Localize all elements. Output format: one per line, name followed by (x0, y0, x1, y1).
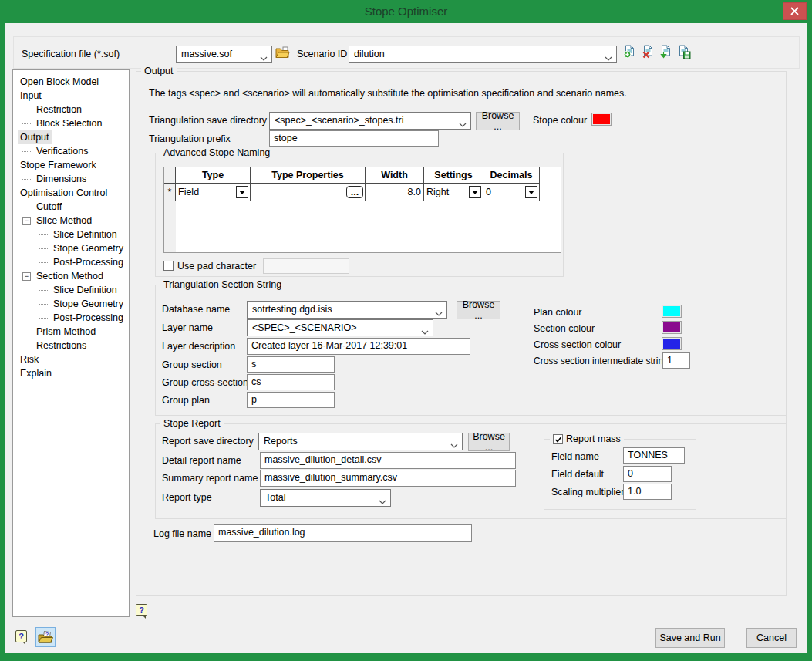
tree-item-cutoff[interactable]: Cutoff (13, 200, 129, 214)
tree-item-stope-framework[interactable]: Stope Framework (13, 158, 129, 172)
tree-item-input[interactable]: Input (13, 89, 129, 103)
column-header-type-properties: Type Properties (251, 167, 366, 184)
stope-colour-label: Stope colour (533, 115, 587, 126)
tree-item-optimisation-control[interactable]: Optimisation Control (13, 186, 129, 200)
tree-item-prism-method[interactable]: Prism Method (13, 325, 129, 339)
type-cell[interactable]: Field (176, 184, 251, 201)
help-icon[interactable]: ? (136, 604, 147, 616)
scenario-id-label: Scenario ID (297, 49, 347, 60)
close-icon (790, 7, 799, 15)
tree-item-dimensions[interactable]: Dimensions (13, 172, 129, 186)
cross-section-colour-swatch[interactable] (662, 337, 682, 350)
scenario-id-combobox[interactable]: dilution (349, 46, 617, 63)
tree-item-open-block-model[interactable]: Open Block Model (13, 75, 129, 89)
spec-file-combobox[interactable]: massive.sof (176, 46, 272, 63)
database-browse-button[interactable]: Browse ... (457, 301, 500, 319)
tree-item-restrictions[interactable]: Restrictions (13, 339, 129, 352)
tree-item-post-processing[interactable]: Post-Processing (13, 255, 129, 269)
row-marker: * (164, 184, 176, 201)
width-cell[interactable]: 8.0 (366, 184, 424, 201)
group-cross-section-input[interactable]: cs (247, 374, 335, 390)
tags-note: The tags <spec> and <scenario> will auto… (149, 88, 627, 99)
settings-dropdown-button[interactable] (469, 186, 481, 198)
tree-item-stope-geometry-2[interactable]: Stope Geometry (13, 297, 129, 311)
chevron-down-icon (605, 52, 612, 63)
section-colour-label: Section colour (534, 323, 595, 335)
collapse-icon[interactable]: − (22, 272, 31, 281)
layer-description-label: Layer description (162, 341, 235, 352)
save-scenario-icon[interactable] (677, 45, 691, 61)
load-scenario-icon[interactable] (659, 45, 672, 61)
window-title: Stope Optimiser (0, 0, 812, 23)
type-dropdown-button[interactable] (236, 186, 248, 198)
open-folder-icon[interactable] (275, 46, 290, 62)
tree-item-section-method[interactable]: −Section Method (13, 269, 129, 283)
report-browse-button[interactable]: Browse ... (468, 433, 510, 451)
field-default-input[interactable]: 0 (623, 466, 672, 482)
report-mass-group: Report mass Field name TONNES Field defa… (544, 439, 696, 510)
tri-save-dir-combobox[interactable]: <spec>_<scenario>_stopes.tri (269, 112, 471, 130)
close-button[interactable] (783, 2, 807, 20)
group-plan-input[interactable]: p (247, 392, 335, 408)
log-file-name-input[interactable]: massive_dilution.log (214, 524, 472, 542)
tree-item-stope-geometry[interactable]: Stope Geometry (13, 241, 129, 255)
tri-save-dir-browse-button[interactable]: Browse ... (476, 112, 520, 130)
database-name-combobox[interactable]: sotrtesting.dgd.isis (247, 301, 447, 319)
use-pad-character-checkbox[interactable] (163, 261, 174, 271)
delete-scenario-icon[interactable] (642, 45, 655, 61)
chevron-down-icon (379, 496, 386, 507)
tree-item-slice-method[interactable]: −Slice Method (13, 214, 129, 228)
report-type-combobox[interactable]: Total (260, 489, 391, 507)
help-icon[interactable]: ? (15, 630, 27, 642)
cross-section-colour-label: Cross section colour (534, 339, 621, 351)
scaling-multiplier-input[interactable]: 1.0 (623, 484, 672, 500)
cross-section-intermediate-input[interactable]: 1 (662, 352, 690, 369)
cancel-button[interactable]: Cancel (746, 628, 797, 648)
spec-file-label: Specification file (*.sof) (22, 49, 120, 60)
decimals-dropdown-button[interactable] (525, 186, 537, 198)
log-file-name-label: Log file name (153, 528, 211, 540)
new-scenario-icon[interactable] (623, 45, 636, 61)
plan-colour-label: Plan colour (534, 307, 582, 319)
section-colour-swatch[interactable] (662, 321, 682, 334)
tree-item-output[interactable]: Output (13, 130, 129, 144)
column-header-width: Width (366, 167, 424, 184)
tri-prefix-input[interactable]: stope (269, 130, 439, 147)
tree-item-slice-definition-2[interactable]: Slice Definition (13, 283, 129, 297)
tree-item-block-selection[interactable]: Block Selection (13, 116, 129, 130)
help-folder-button[interactable]: ? (35, 627, 56, 647)
report-save-directory-combobox[interactable]: Reports (258, 433, 463, 450)
layer-description-input[interactable]: Created layer 16-Mar-2017 12:39:01 (247, 338, 470, 355)
field-default-label: Field default (551, 469, 604, 481)
collapse-icon[interactable]: − (22, 217, 31, 225)
plan-colour-swatch[interactable] (662, 305, 682, 318)
tree-item-post-processing-2[interactable]: Post-Processing (13, 311, 129, 325)
chevron-down-icon (459, 119, 467, 130)
tree-item-verifications[interactable]: Verifications (13, 144, 129, 158)
tree-item-risk[interactable]: Risk (13, 352, 129, 366)
tree-item-explain[interactable]: Explain (13, 366, 129, 380)
tree-item-restriction[interactable]: Restriction (13, 103, 129, 116)
scaling-multiplier-label: Scaling multiplier (551, 487, 624, 498)
group-plan-label: Group plan (162, 395, 210, 406)
stope-colour-swatch[interactable] (591, 113, 612, 126)
title-bar: Stope Optimiser (0, 0, 812, 23)
report-mass-label: Report mass (566, 433, 621, 445)
layer-name-combobox[interactable]: <SPEC>_<SCENARIO> (247, 319, 433, 336)
group-section-input[interactable]: s (247, 356, 335, 373)
cross-section-intermediate-label: Cross section intermediate strings (534, 356, 673, 367)
tree-item-slice-definition[interactable]: Slice Definition (13, 228, 129, 241)
field-name-input[interactable]: TONNES (623, 447, 685, 464)
type-properties-cell[interactable]: ... (251, 184, 366, 201)
ellipsis-button[interactable]: ... (346, 186, 363, 198)
settings-cell[interactable]: Right (424, 184, 483, 201)
summary-report-name-input[interactable]: massive_dilution_summary.csv (260, 470, 516, 487)
database-name-label: Database name (162, 304, 230, 315)
advanced-stope-naming-label: Advanced Stope Naming (160, 147, 273, 158)
dropdown-arrow-icon (528, 191, 534, 194)
detail-report-name-input[interactable]: massive_dilution_detail.csv (260, 452, 516, 469)
report-mass-checkbox[interactable] (553, 434, 563, 444)
triangulation-section-string-group: Triangulation Section String Database na… (155, 285, 787, 416)
decimals-cell[interactable]: 0 (483, 184, 540, 201)
save-and-run-button[interactable]: Save and Run (655, 628, 725, 648)
